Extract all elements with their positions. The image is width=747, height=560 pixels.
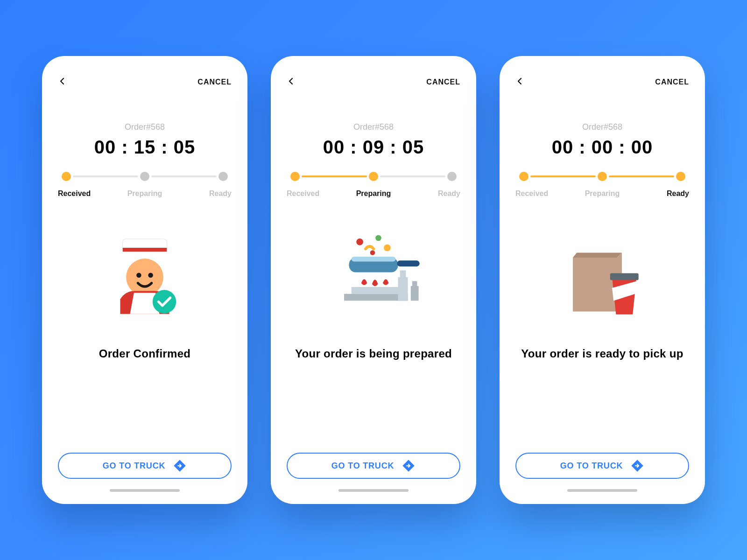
step-bar-1 <box>302 175 367 177</box>
step-dot-3 <box>447 172 457 181</box>
countdown-timer: 00 : 09 : 05 <box>287 137 460 158</box>
home-indicator <box>567 489 637 492</box>
progress-steps <box>290 172 457 181</box>
header: CANCEL <box>287 75 460 90</box>
status-title: Your order is being prepared <box>287 347 460 360</box>
svg-point-10 <box>370 250 375 255</box>
step-label-preparing: Preparing <box>573 189 631 198</box>
countdown-timer: 00 : 00 : 00 <box>515 137 689 158</box>
step-dot-1 <box>62 172 71 181</box>
header: CANCEL <box>58 75 232 90</box>
go-to-truck-button[interactable]: GO TO TRUCK <box>287 453 460 479</box>
svg-rect-18 <box>411 286 419 301</box>
step-label-preparing: Preparing <box>116 189 174 198</box>
step-dot-3 <box>218 172 228 181</box>
cta-label: GO TO TRUCK <box>103 461 165 471</box>
step-labels: Received Preparing Ready <box>515 189 689 198</box>
directions-icon <box>630 459 644 473</box>
step-dot-2 <box>369 172 378 181</box>
bag-cup-icon <box>515 212 689 343</box>
screen-preparing: CANCEL Order#568 00 : 09 : 05 Received P… <box>271 56 476 504</box>
step-bar-1 <box>73 175 138 177</box>
svg-rect-13 <box>397 260 419 266</box>
step-dot-1 <box>519 172 529 181</box>
directions-icon <box>173 459 187 473</box>
go-to-truck-button[interactable]: GO TO TRUCK <box>58 453 232 479</box>
step-label-preparing: Preparing <box>345 189 402 198</box>
cancel-button[interactable]: CANCEL <box>655 78 689 86</box>
chef-icon <box>58 212 232 343</box>
screen-received: CANCEL Order#568 00 : 15 : 05 Received P… <box>42 56 247 504</box>
svg-point-5 <box>153 290 176 313</box>
order-number: Order#568 <box>58 122 232 132</box>
home-indicator <box>110 489 180 492</box>
back-icon[interactable] <box>515 75 524 90</box>
back-icon[interactable] <box>287 75 295 90</box>
step-label-received: Received <box>58 189 116 198</box>
countdown-timer: 00 : 15 : 05 <box>58 137 232 158</box>
svg-rect-21 <box>610 273 639 280</box>
cancel-button[interactable]: CANCEL <box>426 78 460 86</box>
directions-icon <box>402 459 416 473</box>
svg-point-9 <box>384 245 391 252</box>
svg-point-3 <box>136 273 141 278</box>
progress-steps <box>519 172 685 181</box>
step-bar-1 <box>530 175 596 177</box>
step-dot-1 <box>290 172 300 181</box>
step-label-received: Received <box>515 189 573 198</box>
svg-rect-12 <box>352 257 396 262</box>
svg-rect-1 <box>123 248 167 252</box>
step-dot-2 <box>140 172 149 181</box>
step-bar-2 <box>151 175 217 177</box>
cooking-icon <box>287 212 460 343</box>
step-dot-3 <box>676 172 685 181</box>
back-icon[interactable] <box>58 75 66 90</box>
svg-point-8 <box>375 235 381 241</box>
status-title: Your order is ready to pick up <box>515 347 689 360</box>
cta-label: GO TO TRUCK <box>560 461 623 471</box>
home-indicator <box>338 489 409 492</box>
status-title: Order Confirmed <box>58 347 232 360</box>
svg-point-4 <box>148 273 153 278</box>
order-number: Order#568 <box>515 122 689 132</box>
step-bar-2 <box>380 175 445 177</box>
progress-steps <box>62 172 228 181</box>
screen-ready: CANCEL Order#568 00 : 00 : 00 Received P… <box>500 56 705 504</box>
svg-rect-16 <box>398 277 408 301</box>
step-labels: Received Preparing Ready <box>58 189 232 198</box>
go-to-truck-button[interactable]: GO TO TRUCK <box>515 453 689 479</box>
svg-rect-14 <box>352 287 401 294</box>
header: CANCEL <box>515 75 689 90</box>
step-bar-2 <box>609 175 674 177</box>
step-labels: Received Preparing Ready <box>287 189 460 198</box>
svg-rect-19 <box>412 281 417 288</box>
svg-point-7 <box>356 238 363 245</box>
step-label-received: Received <box>287 189 345 198</box>
svg-point-2 <box>126 259 163 296</box>
svg-rect-17 <box>400 270 406 279</box>
step-label-ready: Ready <box>631 189 689 198</box>
cta-label: GO TO TRUCK <box>331 461 394 471</box>
step-label-ready: Ready <box>174 189 232 198</box>
cancel-button[interactable]: CANCEL <box>197 78 232 86</box>
order-number: Order#568 <box>287 122 460 132</box>
step-label-ready: Ready <box>402 189 460 198</box>
step-dot-2 <box>598 172 607 181</box>
